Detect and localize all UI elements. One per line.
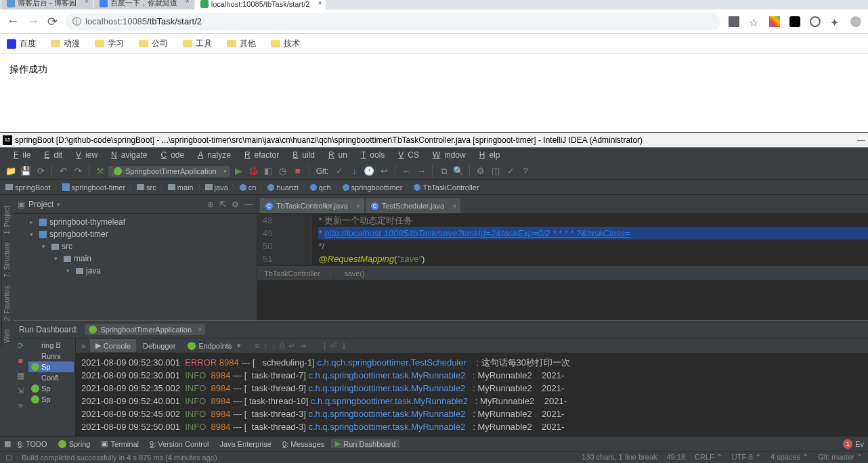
layout-icon[interactable]: ▦	[17, 371, 24, 380]
ext-icon[interactable]	[789, 16, 800, 27]
hammer-icon[interactable]: ⚒	[93, 164, 107, 178]
side-tab-favorites[interactable]: 2: Favorites	[1, 282, 12, 325]
tree-item[interactable]: ▾java	[14, 265, 257, 277]
browser-tab[interactable]: 百度一下，你就知道×	[94, 0, 194, 9]
forward-button[interactable]: →	[27, 14, 39, 28]
crumb-class[interactable]: TbTaskController	[264, 269, 320, 278]
run-config-item[interactable]: ring B	[28, 340, 74, 351]
tool-icon[interactable]: ≡	[255, 341, 259, 351]
bookmark-item[interactable]: 技术	[271, 38, 300, 49]
close-icon[interactable]: ×	[85, 0, 89, 5]
breadcrumb-item[interactable]: qch	[310, 183, 341, 192]
menu-item[interactable]: Tools	[353, 150, 389, 160]
grid-icon[interactable]	[729, 16, 739, 27]
redo-icon[interactable]: ↷	[71, 164, 85, 178]
line-ending[interactable]: CRLF ⌃	[695, 453, 722, 462]
reload-button[interactable]: ⟳	[47, 14, 58, 29]
breadcrumb-item[interactable]: src	[137, 183, 167, 192]
bottom-bar-item[interactable]: 0: Messages	[278, 440, 328, 448]
find-icon[interactable]: 🔍	[452, 164, 465, 178]
breadcrumb-item[interactable]: huanzi	[267, 183, 308, 192]
tool-icon[interactable]: ⎙	[280, 341, 284, 351]
minimize-icon[interactable]: —	[857, 135, 865, 145]
menu-item[interactable]: Build	[284, 150, 319, 160]
gear-icon[interactable]: ⚙	[232, 200, 239, 209]
undo-icon[interactable]: ↶	[56, 164, 70, 178]
open-icon[interactable]: 📁	[4, 164, 18, 178]
up-icon[interactable]: ↑	[263, 341, 267, 351]
settings-icon[interactable]: ⚙	[474, 164, 487, 178]
rerun-icon[interactable]: ⟳	[17, 341, 24, 351]
help-icon[interactable]: ?	[519, 164, 532, 178]
encoding[interactable]: UTF-8 ⌃	[732, 453, 761, 462]
code-editor[interactable]: 48495051 * 更新一个动态定时任务 * http://localhost…	[257, 214, 868, 265]
bottom-bar-item[interactable]: ▣Terminal	[97, 439, 143, 448]
event-log[interactable]: Ev	[855, 440, 864, 448]
tree-item[interactable]: ▾src	[14, 240, 257, 252]
menu-item[interactable]: Navigate	[103, 150, 151, 160]
stop-icon[interactable]: ■	[18, 356, 22, 366]
breadcrumb-item[interactable]: cn	[240, 183, 267, 192]
save-icon[interactable]: 💾	[19, 164, 32, 178]
breadcrumb-item[interactable]: springboottimer	[343, 183, 413, 192]
menu-item[interactable]: Run	[320, 150, 351, 160]
bookmark-item[interactable]: 其他	[227, 38, 256, 49]
tree-item[interactable]: ▾springboot-timer	[14, 228, 257, 240]
run-dash-app-tab[interactable]: SpringbootTimerApplication×	[85, 324, 205, 335]
stop-icon[interactable]: ■	[291, 164, 305, 178]
project-tree[interactable]: ▸springboot-thymeleaf▾springboot-timer▾s…	[14, 214, 257, 320]
side-tab-structure[interactable]: 7: Structure	[1, 238, 12, 282]
bookmark-item[interactable]: 公司	[139, 38, 168, 49]
cursor-position[interactable]: 49:18	[666, 453, 685, 462]
run-icon[interactable]: ▶	[232, 164, 245, 178]
browser-tab-active[interactable]: localhost:10085/tbTask/start/2×	[195, 0, 326, 9]
menu-item[interactable]: File	[5, 150, 35, 160]
menu-item[interactable]: Analyze	[190, 150, 235, 160]
menu-item[interactable]: Refactor	[236, 150, 283, 160]
close-icon[interactable]: ×	[452, 202, 456, 210]
menu-item[interactable]: Help	[471, 150, 504, 160]
tool-icon[interactable]: ⇥	[299, 341, 306, 351]
git-history-icon[interactable]: 🕐	[362, 164, 376, 178]
down-icon[interactable]: ↓	[272, 341, 276, 351]
extensions-icon[interactable]: ✦	[830, 16, 841, 27]
forward-nav-icon[interactable]: →	[414, 164, 428, 178]
editor-tab[interactable]: CTbTaskController.java×	[260, 198, 364, 213]
run-config-item[interactable]: Sp	[28, 361, 74, 372]
bottom-bar-item[interactable]: Spring	[54, 440, 95, 448]
breadcrumb-item[interactable]: springBoot	[5, 183, 61, 192]
avatar-icon[interactable]	[850, 16, 861, 27]
bottom-bar-item[interactable]: ▶Run Dashboard	[331, 439, 399, 448]
git-commit-icon[interactable]: ✓	[332, 164, 346, 178]
menu-item[interactable]: Code	[152, 150, 188, 160]
breadcrumb-item[interactable]: main	[168, 183, 204, 192]
bookmark-item[interactable]: 工具	[183, 38, 212, 49]
bookmark-item[interactable]: 学习	[95, 38, 124, 49]
crumb-method[interactable]: save()	[344, 269, 365, 278]
more-icon[interactable]: »	[18, 401, 23, 410]
menu-item[interactable]: View	[68, 150, 102, 160]
back-nav-icon[interactable]: ←	[399, 164, 413, 178]
wrap-icon[interactable]: ⏎	[330, 341, 337, 351]
tool-window-icon[interactable]: ▦	[4, 439, 11, 448]
bookmark-item[interactable]: 百度	[7, 38, 36, 49]
error-badge[interactable]: 1	[843, 439, 852, 449]
console-tab[interactable]: ▶Console	[90, 339, 136, 352]
editor-tab[interactable]: CTestScheduler.java×	[366, 198, 460, 213]
debugger-tab[interactable]: Debugger	[137, 340, 181, 352]
bookmark-star-icon[interactable]: ☆	[749, 16, 760, 27]
status-icon[interactable]: ▢	[5, 453, 12, 462]
menu-item[interactable]: Window	[425, 150, 470, 160]
run-config-selector[interactable]: SpringbootTimerApplication	[108, 166, 230, 177]
run-config-item[interactable]: Confi	[28, 372, 74, 383]
git-update-icon[interactable]: ↓	[347, 164, 361, 178]
breadcrumb-item[interactable]: springboot-timer	[62, 183, 135, 192]
site-info-icon[interactable]: ⓘ	[72, 16, 81, 28]
close-icon[interactable]: ×	[186, 0, 190, 5]
scroll-icon[interactable]: ⤓	[341, 341, 347, 351]
endpoints-tab[interactable]: Endpoints▾	[182, 339, 246, 352]
run-dash-tree[interactable]: ring BRunniSpConfiSpSp	[27, 338, 76, 436]
dashboard-icon[interactable]: ◫	[489, 164, 502, 178]
close-icon[interactable]: ×	[318, 0, 322, 7]
profile-icon[interactable]: ◷	[276, 164, 290, 178]
